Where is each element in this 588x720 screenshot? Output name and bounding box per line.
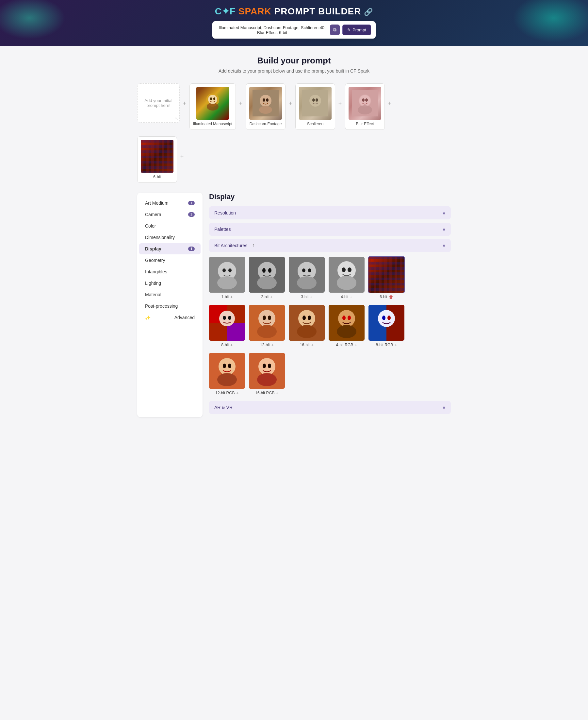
12bit-rgb-label-row: 12-bit RGB + <box>215 391 239 396</box>
bit-arch-count: 1 <box>253 243 255 248</box>
resize-icon: ⤡ <box>175 116 178 121</box>
16bit-rgb-label-row: 16-bit RGB + <box>255 391 279 396</box>
svg-point-70 <box>217 373 237 386</box>
image-12bit <box>249 305 285 341</box>
svg-point-24 <box>217 276 237 289</box>
svg-point-67 <box>218 358 235 375</box>
svg-point-49 <box>268 316 271 320</box>
svg-point-43 <box>219 311 235 326</box>
plus-connector-3: + <box>286 100 295 107</box>
3bit-label-row: 3-bit + <box>301 294 313 300</box>
image-4bit <box>329 257 364 293</box>
svg-point-64 <box>382 316 385 320</box>
prompt-builder-text: PROMPT BUILDER <box>274 6 361 16</box>
accordion-palettes[interactable]: Palettes ∧ <box>209 223 451 236</box>
svg-point-4 <box>213 97 215 100</box>
svg-point-39 <box>337 276 356 290</box>
initial-prompt-card[interactable]: Add your initial prompt here! ⤡ <box>137 83 180 123</box>
illuminated-label: Illuminated Manuscript <box>193 122 232 126</box>
6bit-delete[interactable]: 🗑 <box>389 294 393 300</box>
svg-point-9 <box>259 106 272 114</box>
6bit-pixel-face <box>369 257 404 293</box>
svg-point-18 <box>365 98 368 102</box>
sidebar-item-display[interactable]: Display 1 <box>139 243 201 254</box>
sidebar-item-lighting[interactable]: Lighting <box>139 278 201 289</box>
spark-text: SPARK <box>238 6 271 16</box>
svg-point-58 <box>342 316 345 320</box>
8bit-label: 8-bit <box>221 343 229 347</box>
8bit-rgb-add[interactable]: + <box>394 342 397 347</box>
sidebar-label-post-processing: Post-processing <box>145 303 178 309</box>
accordion-bit-architectures[interactable]: Bit Architectures 1 ∨ <box>209 239 451 252</box>
1bit-add[interactable]: + <box>230 294 233 300</box>
svg-point-37 <box>342 267 345 272</box>
image-8bit-rgb <box>369 305 404 341</box>
4bit-rgb-add[interactable]: + <box>354 342 357 347</box>
sidebar-item-camera[interactable]: Camera 3 <box>139 209 201 220</box>
16bit-add[interactable]: + <box>311 342 314 347</box>
main-panel: Display Resolution ∧ Palettes ∧ Bit Arch… <box>209 193 451 417</box>
sidebar-item-post-processing[interactable]: Post-processing <box>139 300 201 312</box>
image-item-3bit: 3-bit + <box>289 257 325 300</box>
3bit-add[interactable]: + <box>310 294 313 300</box>
2bit-add[interactable]: + <box>270 294 273 300</box>
image-item-12bit-rgb: 12-bit RGB + <box>209 353 245 396</box>
pixel-face <box>141 140 173 173</box>
sidebar-label-lighting: Lighting <box>145 281 161 286</box>
page-title: Build your prompt <box>137 56 451 66</box>
8bit-add[interactable]: + <box>230 342 233 347</box>
accordion-ar-vr[interactable]: AR & VR ∧ <box>209 401 451 414</box>
svg-point-27 <box>262 268 266 273</box>
sidebar-label-geometry: Geometry <box>145 258 165 263</box>
cf-text: C✦F <box>215 6 235 16</box>
image-item-4bit: 4-bit + <box>329 257 364 300</box>
sidebar-item-dimensionality[interactable]: Dimensionality <box>139 232 201 243</box>
svg-point-33 <box>308 268 311 272</box>
sidebar-item-advanced[interactable]: ✨ Advanced <box>139 312 201 323</box>
sidebar-item-geometry[interactable]: Geometry <box>139 255 201 266</box>
12bit-add[interactable]: + <box>271 342 274 347</box>
prompt-bar: Illuminated Manuscript, Dashcam-Footage,… <box>212 21 376 39</box>
sidebar-item-art-medium[interactable]: Art Medium 1 <box>139 198 201 208</box>
prompt-button[interactable]: ✎ Prompt <box>342 24 371 35</box>
6bit-image <box>141 140 173 173</box>
sidebar-item-intangibles[interactable]: Intangibles <box>139 266 201 277</box>
bit-image-grid-row2: 8-bit + <box>209 305 451 347</box>
svg-point-57 <box>338 310 355 327</box>
1bit-label-row: 1-bit + <box>221 294 233 300</box>
2bit-label: 2-bit <box>261 295 269 299</box>
ar-vr-label: AR & VR <box>214 405 233 410</box>
svg-point-17 <box>362 98 364 102</box>
svg-point-7 <box>262 98 265 102</box>
svg-point-60 <box>337 325 356 338</box>
image-item-16bit: 16-bit + <box>289 305 325 347</box>
svg-point-73 <box>262 364 266 368</box>
svg-rect-14 <box>302 90 328 116</box>
svg-point-38 <box>348 267 352 272</box>
accordion-resolution[interactable]: Resolution ∧ <box>209 206 451 219</box>
bit-arch-label: Bit Architectures <box>214 243 247 248</box>
12bit-label: 12-bit <box>260 343 270 347</box>
illuminated-manuscript-image <box>196 87 229 120</box>
image-2bit <box>249 257 285 293</box>
8bit-rgb-label: 8-bit RGB <box>376 343 393 347</box>
12bit-rgb-add[interactable]: + <box>236 391 239 396</box>
copy-button[interactable]: ⧉ <box>330 24 340 35</box>
initial-prompt-label: Add your initial prompt here! <box>141 98 176 108</box>
svg-point-75 <box>257 373 277 386</box>
16bit-rgb-add[interactable]: + <box>276 391 279 396</box>
sidebar-item-material[interactable]: Material <box>139 289 201 300</box>
svg-point-6 <box>260 95 271 106</box>
image-4bit-rgb <box>329 305 364 341</box>
image-item-8bit-rgb: 8-bit RGB + <box>369 305 404 347</box>
sidebar-badge-camera: 3 <box>188 212 195 217</box>
blur-image <box>349 87 381 120</box>
image-item-12bit: 12-bit + <box>249 305 285 347</box>
4bit-add[interactable]: + <box>350 294 353 300</box>
prompt-builder-row2: 6-bit + <box>137 136 451 183</box>
prompt-button-label: Prompt <box>353 27 366 32</box>
schlieren-label: Schlieren <box>307 122 323 126</box>
dashcam-image <box>249 87 282 120</box>
sidebar-item-color[interactable]: Color <box>139 220 201 232</box>
svg-point-65 <box>387 316 391 320</box>
